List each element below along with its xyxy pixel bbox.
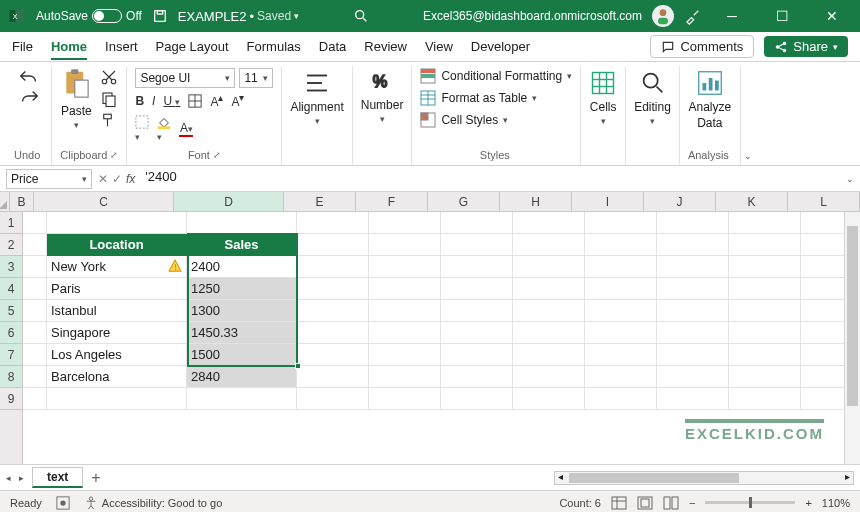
cell-K5[interactable] [729,300,801,322]
cell-F9[interactable] [369,388,441,410]
cell-K2[interactable] [729,234,801,256]
format-painter-icon[interactable] [100,112,118,130]
cell-J5[interactable] [657,300,729,322]
cell-E8[interactable] [297,366,369,388]
fill-color-button[interactable]: ▾ [157,115,171,143]
cell-F5[interactable] [369,300,441,322]
macro-record-icon[interactable] [56,496,70,510]
cell-D7[interactable]: 1500 [187,344,297,366]
view-normal-icon[interactable] [611,496,627,510]
conditional-formatting-button[interactable]: Conditional Formatting▾ [420,68,572,84]
cell-L3[interactable] [801,256,844,278]
view-page-break-icon[interactable] [663,496,679,510]
cell-H2[interactable] [513,234,585,256]
sheet-tab-text[interactable]: text [32,467,83,488]
cell-J8[interactable] [657,366,729,388]
cell-G4[interactable] [441,278,513,300]
horizontal-scrollbar[interactable]: ◂▸ [554,471,854,485]
menu-view[interactable]: View [425,39,453,54]
row-header-5[interactable]: 5 [0,300,22,322]
cell-K8[interactable] [729,366,801,388]
formula-input[interactable]: '2400 [141,169,840,189]
format-table-button[interactable]: Format as Table▾ [420,90,572,106]
cell-G9[interactable] [441,388,513,410]
cell-F1[interactable] [369,212,441,234]
account-email[interactable]: Excel365@bidashboard.onmicrosoft.com [423,9,642,23]
cell-I7[interactable] [585,344,657,366]
col-header-E[interactable]: E [284,192,356,211]
cell-E5[interactable] [297,300,369,322]
cell-J6[interactable] [657,322,729,344]
cell-I1[interactable] [585,212,657,234]
cell-E2[interactable] [297,234,369,256]
cell-F4[interactable] [369,278,441,300]
cell-E3[interactable] [297,256,369,278]
fx-icon[interactable]: fx [126,172,135,186]
undo-icon[interactable] [18,68,40,84]
cell-C5[interactable]: Istanbul [47,300,187,322]
maximize-button[interactable]: ☐ [762,8,802,24]
minimize-button[interactable]: ─ [712,8,752,24]
autosave-toggle[interactable]: AutoSave Off [36,9,142,23]
share-button[interactable]: Share ▾ [764,36,848,57]
cell-E4[interactable] [297,278,369,300]
redo-icon[interactable] [18,88,40,104]
zoom-in-button[interactable]: + [805,497,811,509]
cell-E6[interactable] [297,322,369,344]
cell-I9[interactable] [585,388,657,410]
cell-K6[interactable] [729,322,801,344]
add-sheet-button[interactable]: + [91,469,100,487]
col-header-G[interactable]: G [428,192,500,211]
cell-H3[interactable] [513,256,585,278]
cell-H6[interactable] [513,322,585,344]
brush-icon[interactable] [684,7,702,25]
cell-J7[interactable] [657,344,729,366]
cell-H1[interactable] [513,212,585,234]
cell-K3[interactable] [729,256,801,278]
col-header-B[interactable]: B [10,192,34,211]
name-box[interactable]: Price▾ [6,169,92,189]
cell-B7[interactable] [23,344,47,366]
menu-insert[interactable]: Insert [105,39,138,54]
cell-I8[interactable] [585,366,657,388]
cell-B8[interactable] [23,366,47,388]
cell-L4[interactable] [801,278,844,300]
cell-G3[interactable] [441,256,513,278]
enter-formula-icon[interactable]: ✓ [112,172,122,186]
cell-C6[interactable]: Singapore [47,322,187,344]
cell-H5[interactable] [513,300,585,322]
row-header-1[interactable]: 1 [0,212,22,234]
row-header-9[interactable]: 9 [0,388,22,410]
increase-font-icon[interactable]: A▴ [210,92,223,109]
cell-L2[interactable] [801,234,844,256]
col-header-D[interactable]: D [174,192,284,211]
italic-button[interactable]: I [152,94,155,108]
tab-nav-prev-icon[interactable]: ◂ [6,473,11,483]
bold-button[interactable]: B [135,94,144,108]
menu-page-layout[interactable]: Page Layout [156,39,229,54]
cell-H9[interactable] [513,388,585,410]
cell-F2[interactable] [369,234,441,256]
cell-D6[interactable]: 1450.33 [187,322,297,344]
underline-button[interactable]: U ▾ [163,94,180,108]
cell-L6[interactable] [801,322,844,344]
cell-I5[interactable] [585,300,657,322]
cell-K9[interactable] [729,388,801,410]
menu-home[interactable]: Home [51,39,87,60]
font-name-select[interactable]: Segoe UI▾ [135,68,235,88]
col-header-F[interactable]: F [356,192,428,211]
cell-J3[interactable] [657,256,729,278]
col-header-K[interactable]: K [716,192,788,211]
cell-I4[interactable] [585,278,657,300]
cell-B2[interactable] [23,234,47,256]
cell-B5[interactable] [23,300,47,322]
cells-button[interactable]: Cells▾ [589,68,617,126]
cell-styles-button[interactable]: Cell Styles▾ [420,112,572,128]
row-header-4[interactable]: 4 [0,278,22,300]
select-all-corner[interactable] [0,192,10,212]
view-page-layout-icon[interactable] [637,496,653,510]
cell-L1[interactable] [801,212,844,234]
analyze-data-button[interactable]: Analyze Data [689,68,732,130]
cell-E9[interactable] [297,388,369,410]
cell-G7[interactable] [441,344,513,366]
